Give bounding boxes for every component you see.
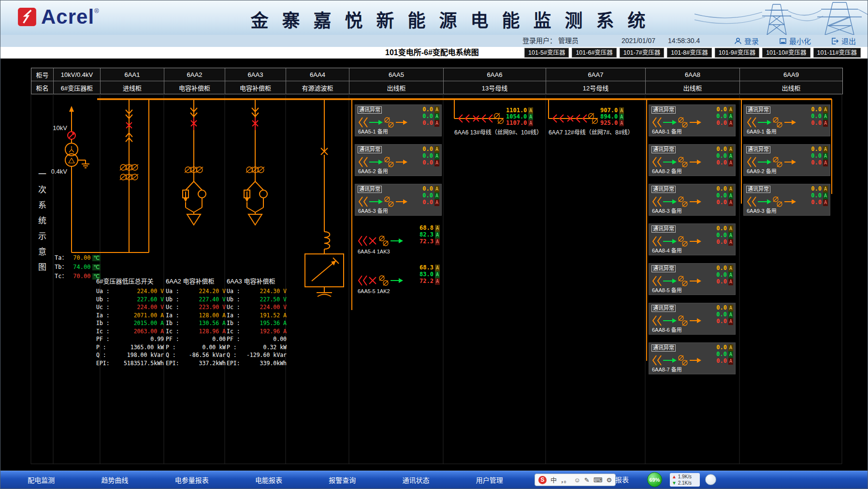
feeder-panel[interactable]: 通讯异常 <box>743 184 830 216</box>
ime-icon[interactable]: ☺ <box>574 476 580 484</box>
taskbar-item[interactable]: 通讯状态 <box>403 475 430 485</box>
meter-row: Ub :227.50 V <box>227 296 287 304</box>
bus-13-readout: 1101.0A 1054.0A 1107.0A <box>506 107 533 126</box>
hv-label: 10kV <box>47 124 67 132</box>
bus-13-label: 6AA6 13#母线（丝网9#、10#线） <box>454 128 542 136</box>
feeder-panel[interactable]: 通讯异常 <box>649 223 736 255</box>
feeder-name: 6AA5-1 备用 <box>358 127 388 135</box>
feeder-name: 6AA8-1 备用 <box>652 127 682 135</box>
meter-row: Ua :224.30 V <box>227 287 287 296</box>
meter-row: P :0.00 kW <box>166 343 226 352</box>
comm-error-badge: 通讯异常 <box>746 146 770 153</box>
feeder-name: 6AA5-4 1AK3 <box>358 249 390 254</box>
feeder-values: 0.0A 0.0A 0.0A <box>716 225 733 245</box>
feeder-values: 0.0A 0.0A 0.0A <box>716 304 733 325</box>
meter-row: Ub :227.40 V <box>166 296 226 304</box>
meter-row: PF :0.00 <box>227 335 287 343</box>
feeder-panel[interactable]: 通讯异常 <box>649 263 736 295</box>
feeder-panel[interactable]: 68.3A 83.0A 72.2A 6AA5-5 1AK2 <box>355 263 442 295</box>
floating-ball[interactable] <box>705 474 716 485</box>
feeder-panel[interactable]: 通讯异常 <box>649 303 736 335</box>
meter-block-transformer: 6#变压器低压总开关 Ua :224.00 V Ub :227.60 V Uc … <box>96 276 164 367</box>
temp-unit: ℃ <box>92 264 100 270</box>
taskbar-item-report[interactable]: 报表 <box>615 471 629 489</box>
feeder-values: 68.3A 83.0A 72.2A <box>420 264 440 284</box>
meter-row: Ub :227.60 V <box>96 296 164 304</box>
feeder-panel[interactable]: 通讯异常 <box>355 144 442 176</box>
meter-row: Q :198.00 kVar <box>96 351 164 359</box>
taskbar-item[interactable]: 趋势曲线 <box>101 475 128 485</box>
temp-label: Tc： <box>55 273 67 280</box>
feeder-values: 0.0A 0.0A 0.0A <box>422 146 439 166</box>
comm-error-badge: 通讯异常 <box>651 305 676 312</box>
feeder-name: 6AA5-5 1AK2 <box>358 288 390 294</box>
feeder-panel[interactable]: 通讯异常 <box>649 104 736 136</box>
feeder-values: 0.0A 0.0A 0.0A <box>716 146 733 166</box>
taskbar-item[interactable]: 电参量报表 <box>175 475 209 485</box>
feeder-column-6aa5: 通讯异常 <box>355 104 442 295</box>
feeder-values: 0.0A 0.0A 0.0A <box>716 344 733 364</box>
taskbar-item[interactable]: 报警查询 <box>329 475 356 485</box>
comm-error-badge: 通讯异常 <box>746 106 770 114</box>
meter-row: Ia :191.52 A <box>227 311 287 320</box>
meter-row: Ib :130.56 A <box>166 319 226 327</box>
meter-row: Uc :224.00 V <box>227 303 287 311</box>
download-arrow-icon: ▼ <box>672 480 677 486</box>
comm-error-badge: 通讯异常 <box>746 186 770 193</box>
meter-row: P :0.32 kW <box>227 343 287 352</box>
feeder-name: 6AA5-3 备用 <box>358 207 388 214</box>
feeder-panel[interactable]: 通讯异常 <box>649 144 736 176</box>
feeder-panel[interactable]: 通讯异常 <box>649 342 736 374</box>
feeder-panel[interactable]: 通讯异常 <box>743 144 830 176</box>
temp-row: Tc：70.00℃ <box>55 272 101 282</box>
feeder-panel[interactable]: 通讯异常 <box>355 104 442 136</box>
ime-icon[interactable]: ⚙ <box>606 476 612 484</box>
ime-toolbar[interactable]: S 中 ，。 ☺ ✎ ⌨ ⚙ <box>535 474 616 486</box>
feeder-name: 6AA8-7 备用 <box>652 365 682 373</box>
taskbar-item[interactable]: 电能报表 <box>255 475 282 485</box>
feeder-panel[interactable]: 通讯异常 <box>743 104 830 136</box>
diagram-stage: 一次系统示意图 10kV 0.4kV Ta：70.00℃ Tb：74.00℃ T… <box>0 0 868 489</box>
comm-error-badge: 通讯异常 <box>651 146 676 153</box>
feeder-values: 0.0A 0.0A 0.0A <box>811 185 828 206</box>
meter-row: Ia :128.00 A <box>166 311 226 320</box>
ime-icon[interactable]: S <box>538 476 547 484</box>
ime-icon[interactable]: ⌨ <box>593 476 603 484</box>
download-speed: 2.1K/s <box>678 480 692 486</box>
meter-block-6aa2: 6AA2 电容补偿柜 Ua :224.20 V Ub :227.40 V Uc … <box>166 276 226 367</box>
meter-row: EPI:337.2kWh <box>166 359 226 368</box>
meter-row: Ua :224.20 V <box>166 287 226 296</box>
feeder-symbols <box>356 273 409 288</box>
ime-icon[interactable]: 中 <box>550 476 557 484</box>
meter-row: EPI:339.0kWh <box>227 359 287 368</box>
meter-block-6aa3: 6AA3 电容补偿柜 Ua :224.30 V Ub :227.50 V Uc … <box>227 276 287 367</box>
comm-error-badge: 通讯异常 <box>358 106 382 114</box>
taskbar-item[interactable]: 用户管理 <box>476 475 503 485</box>
ime-icon[interactable]: ✎ <box>584 476 590 484</box>
feeder-name: 6AA8-2 备用 <box>652 167 682 175</box>
feeder-panel[interactable]: 通讯异常 <box>355 184 442 216</box>
feeder-values: 0.0A 0.0A 0.0A <box>422 185 439 206</box>
meter-row: Ib :2015.00 A <box>96 319 164 327</box>
battery-indicator[interactable]: 69% <box>647 472 662 487</box>
bus-12-readout: 907.0A 894.0A 925.0A <box>600 107 624 126</box>
meter-row: Ib :195.36 A <box>227 319 287 327</box>
taskbar-item[interactable]: 配电监测 <box>28 475 55 485</box>
taskbar: 配电监测 趋势曲线 电参量报表 电能报表 报警查询 通讯状态 用户管理 报表 S… <box>0 471 868 489</box>
meter-row: PF :0.00 <box>166 335 226 343</box>
temp-value: 70.00 <box>68 272 90 281</box>
temp-value: 74.00 <box>68 263 90 271</box>
feeder-column-6aa8: 通讯异常 <box>649 104 736 374</box>
feeder-name: 6AA5-2 备用 <box>358 167 388 175</box>
feeder-values: 0.0A 0.0A 0.0A <box>811 106 828 126</box>
side-label: 一次系统示意图 <box>35 170 47 278</box>
feeder-values: 0.0A 0.0A 0.0A <box>716 185 733 206</box>
comm-error-badge: 通讯异常 <box>651 225 676 233</box>
feeder-name: 6AA8-6 备用 <box>652 326 682 333</box>
feeder-panel[interactable]: 通讯异常 <box>649 184 736 216</box>
taskbar-menu: 配电监测 趋势曲线 电参量报表 电能报表 报警查询 通讯状态 用户管理 <box>4 471 526 489</box>
temp-label: Ta： <box>55 254 67 261</box>
feeder-name: 6AA8-4 备用 <box>652 246 682 254</box>
ime-icon[interactable]: ，。 <box>561 476 570 484</box>
feeder-panel[interactable]: 68.8A 82.3A 72.3A 6AA5-4 1AK3 <box>355 223 442 255</box>
